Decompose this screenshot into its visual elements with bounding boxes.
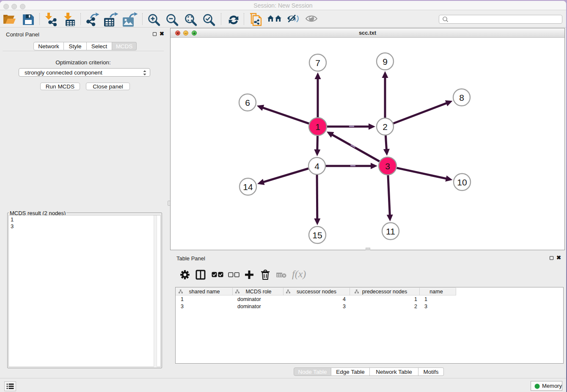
svg-text:8: 8 — [459, 93, 464, 102]
svg-text:3: 3 — [424, 304, 427, 309]
svg-text:1: 1 — [181, 296, 184, 302]
svg-text:14: 14 — [243, 182, 253, 192]
svg-text:7: 7 — [315, 58, 320, 68]
svg-text:4: 4 — [314, 161, 319, 171]
svg-text:dominator: dominator — [237, 296, 261, 302]
svg-text:dominator: dominator — [237, 304, 261, 309]
svg-text:predecessor nodes: predecessor nodes — [362, 289, 407, 295]
svg-text:shared name: shared name — [189, 289, 220, 295]
svg-text:4: 4 — [343, 296, 346, 302]
svg-text:10: 10 — [457, 177, 467, 187]
svg-text:1: 1 — [414, 296, 417, 302]
svg-text:3: 3 — [181, 304, 184, 309]
svg-text:2: 2 — [414, 304, 417, 309]
svg-text:15: 15 — [312, 230, 322, 240]
svg-text:11: 11 — [386, 226, 395, 236]
svg-text:6: 6 — [245, 98, 250, 108]
svg-text:3: 3 — [343, 304, 346, 309]
svg-text:3: 3 — [385, 161, 390, 171]
svg-text:successor nodes: successor nodes — [297, 289, 336, 295]
svg-text:1: 1 — [424, 296, 427, 302]
svg-text:2: 2 — [383, 122, 388, 132]
svg-text:1: 1 — [315, 122, 320, 132]
svg-text:MCDS role: MCDS role — [245, 289, 271, 295]
svg-text:name: name — [429, 289, 443, 295]
svg-text:9: 9 — [383, 57, 388, 66]
